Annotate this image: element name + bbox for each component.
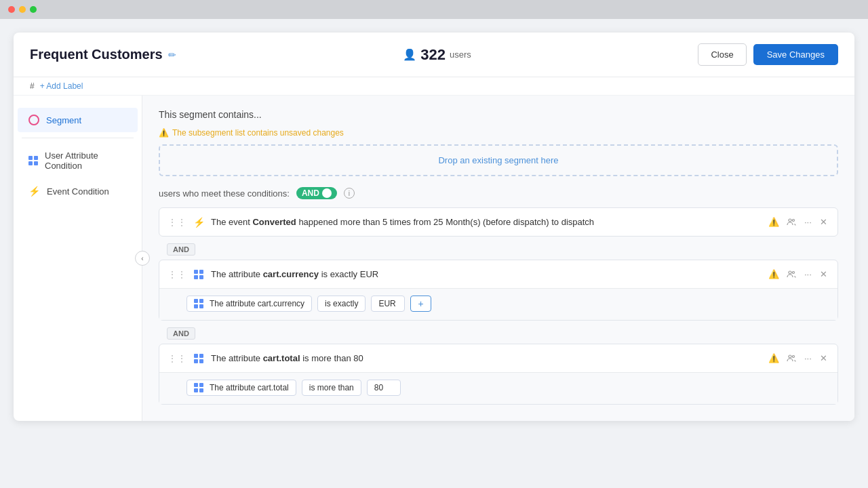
drag-handle-2[interactable]: ⋮⋮ bbox=[167, 270, 186, 279]
grid-icon-3 bbox=[192, 352, 205, 365]
action-more-btn-2[interactable]: ··· bbox=[802, 267, 814, 281]
action-delete-btn-2[interactable]: ✕ bbox=[818, 267, 829, 281]
detail-operator-3[interactable]: is more than bbox=[302, 380, 361, 396]
condition-actions-3: ··· ✕ bbox=[785, 351, 829, 365]
condition-suffix-2: is exactly EUR bbox=[321, 269, 379, 279]
browser-bar bbox=[0, 0, 868, 19]
browser-dot-minimize[interactable] bbox=[19, 6, 26, 13]
condition-row-3: ⋮⋮ The attribute cart.total is more than… bbox=[159, 344, 837, 372]
detail-operator-2[interactable]: is exactly bbox=[317, 296, 366, 312]
sidebar-divider bbox=[22, 138, 134, 138]
sidebar-segment-label: Segment bbox=[46, 115, 81, 125]
sidebar-item-segment[interactable]: Segment bbox=[18, 108, 138, 132]
svg-point-2 bbox=[789, 271, 791, 274]
sidebar-user-attr-label: User Attribute Condition bbox=[45, 150, 127, 171]
condition-attr-name-2: cart.currency bbox=[263, 269, 319, 279]
detail-add-button-2[interactable]: + bbox=[410, 296, 431, 312]
hash-label: # bbox=[30, 81, 35, 91]
condition-prefix-1: The event bbox=[211, 217, 250, 227]
action-more-btn-1[interactable]: ··· bbox=[802, 215, 814, 229]
condition-suffix-1: happened more than 5 times from 25 Month… bbox=[298, 217, 594, 227]
info-icon[interactable]: i bbox=[344, 188, 355, 199]
main-container: Frequent Customers ✏ 👤 322 users Close S… bbox=[0, 19, 868, 488]
grid-icon-2 bbox=[192, 268, 205, 281]
detail-attr-3[interactable]: The attribute cart.total bbox=[186, 380, 296, 396]
users-label: users bbox=[450, 49, 471, 60]
condition-actions-2: ··· ✕ bbox=[785, 267, 829, 281]
condition-block-2: ⋮⋮ The attribute cart.currency is exactl… bbox=[159, 260, 838, 321]
action-more-btn-3[interactable]: ··· bbox=[802, 351, 814, 365]
main-content: This segment contains... ⚠️ The subsegme… bbox=[142, 96, 854, 421]
action-people-btn-1[interactable] bbox=[785, 216, 798, 229]
and-separator-1: AND bbox=[159, 239, 838, 260]
action-people-btn-2[interactable] bbox=[785, 268, 798, 281]
drop-zone-text: Drop an existing segment here bbox=[438, 155, 558, 165]
conditions-header: users who meet these conditions: AND i bbox=[159, 187, 838, 199]
sidebar-item-event[interactable]: ⚡ Event Condition bbox=[18, 179, 138, 203]
grid-icon-attr bbox=[28, 156, 38, 165]
toggle-circle bbox=[322, 188, 332, 198]
header-actions: Close Save Changes bbox=[698, 43, 838, 66]
drag-handle-1[interactable]: ⋮⋮ bbox=[167, 218, 186, 227]
browser-dot-close[interactable] bbox=[8, 6, 15, 13]
condition-text-1: The event Converted happened more than 5… bbox=[211, 217, 763, 227]
save-button[interactable]: Save Changes bbox=[753, 44, 838, 65]
page-header: Frequent Customers ✏ 👤 322 users Close S… bbox=[14, 33, 854, 77]
drop-zone[interactable]: Drop an existing segment here bbox=[159, 144, 838, 176]
user-count: 322 bbox=[420, 46, 446, 64]
action-people-btn-3[interactable] bbox=[785, 352, 798, 365]
svg-point-3 bbox=[792, 271, 794, 273]
and-separator-2: AND bbox=[159, 323, 838, 344]
condition-detail-3: The attribute cart.total is more than 80 bbox=[159, 372, 837, 404]
action-delete-btn-1[interactable]: ✕ bbox=[818, 215, 829, 229]
header-left: Frequent Customers ✏ bbox=[30, 47, 176, 62]
condition-prefix-3: The attribute bbox=[211, 353, 260, 363]
condition-text-2: The attribute cart.currency is exactly E… bbox=[211, 269, 763, 279]
lightning-icon: ⚡ bbox=[28, 186, 40, 197]
condition-attr-name-3: cart.total bbox=[263, 353, 300, 363]
action-delete-btn-3[interactable]: ✕ bbox=[818, 351, 829, 365]
sidebar-item-user-attr[interactable]: User Attribute Condition bbox=[18, 144, 138, 178]
sidebar-event-label: Event Condition bbox=[47, 186, 109, 197]
warning-message: The subsegment list contains unsaved cha… bbox=[172, 128, 344, 138]
collapse-sidebar-button[interactable]: ‹ bbox=[135, 251, 150, 266]
warning-icon: ⚠️ bbox=[159, 128, 169, 138]
svg-point-4 bbox=[789, 355, 791, 358]
warning-text: ⚠️ The subsegment list contains unsaved … bbox=[159, 128, 838, 138]
condition-block-3: ⋮⋮ The attribute cart.total is more than… bbox=[159, 344, 838, 405]
detail-value-3[interactable]: 80 bbox=[367, 380, 401, 396]
condition-prefix-2: The attribute bbox=[211, 269, 260, 279]
and-badge-text: AND bbox=[302, 188, 319, 198]
browser-dot-maximize[interactable] bbox=[30, 6, 37, 13]
detail-value-2[interactable]: EUR bbox=[371, 296, 405, 312]
sub-header: # + Add Label bbox=[14, 77, 854, 96]
header-meta: 👤 322 users bbox=[403, 46, 471, 64]
add-label-button[interactable]: + Add Label bbox=[40, 81, 83, 91]
page-card: Frequent Customers ✏ 👤 322 users Close S… bbox=[14, 33, 854, 421]
svg-point-0 bbox=[789, 219, 791, 222]
page-title: Frequent Customers bbox=[30, 47, 163, 62]
detail-attr-2[interactable]: The attribute cart.currency bbox=[186, 296, 312, 312]
body-layout: Segment User Attribute Condition ⚡ Event… bbox=[14, 96, 854, 421]
condition-block-1: ⋮⋮ ⚡ The event Converted happened more t… bbox=[159, 207, 838, 237]
warn-icon-2: ⚠️ bbox=[768, 269, 779, 279]
close-button[interactable]: Close bbox=[698, 43, 746, 66]
and-label-1: AND bbox=[167, 243, 195, 256]
condition-row-1: ⋮⋮ ⚡ The event Converted happened more t… bbox=[159, 208, 837, 236]
sidebar: Segment User Attribute Condition ⚡ Event… bbox=[14, 96, 142, 421]
condition-row-2: ⋮⋮ The attribute cart.currency is exactl… bbox=[159, 260, 837, 288]
condition-detail-2: The attribute cart.currency is exactly E… bbox=[159, 288, 837, 320]
svg-point-1 bbox=[792, 219, 794, 221]
detail-attr-label-2: The attribute cart.currency bbox=[210, 299, 304, 308]
event-icon-1: ⚡ bbox=[192, 216, 205, 229]
drag-handle-3[interactable]: ⋮⋮ bbox=[167, 354, 186, 363]
svg-point-5 bbox=[792, 355, 794, 357]
and-toggle[interactable]: AND bbox=[296, 187, 337, 199]
condition-actions-1: ··· ✕ bbox=[785, 215, 829, 229]
condition-suffix-3: is more than 80 bbox=[302, 353, 363, 363]
and-label-2: AND bbox=[167, 327, 195, 340]
warn-icon-1: ⚠️ bbox=[768, 217, 779, 227]
edit-icon[interactable]: ✏ bbox=[168, 49, 176, 60]
detail-attr-label-3: The attribute cart.total bbox=[210, 383, 289, 392]
conditions-prefix: users who meet these conditions: bbox=[159, 188, 290, 199]
